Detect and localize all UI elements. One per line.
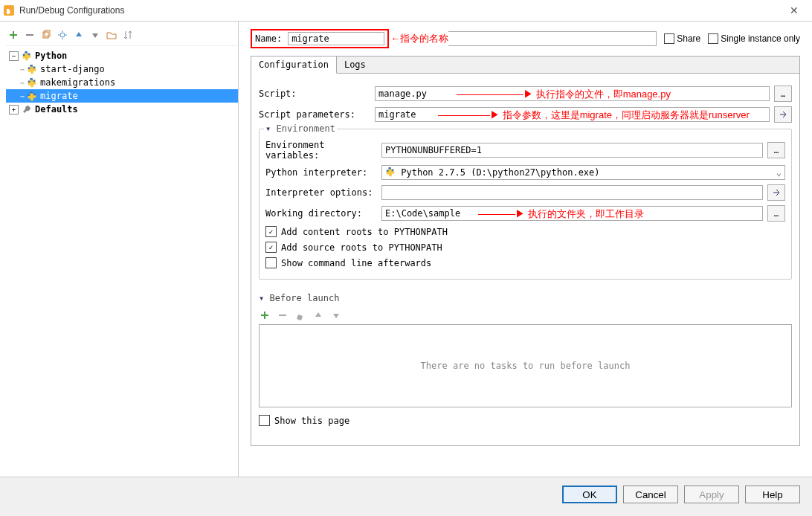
interpopt-expand-button[interactable]: [767, 184, 785, 201]
tree-label: Defaults: [35, 104, 78, 115]
params-label: Script parameters:: [259, 109, 370, 120]
interpreter-select[interactable]: Python 2.7.5 (D:\python27\python.exe) ⌄: [381, 165, 785, 180]
settings-icon[interactable]: [57, 29, 68, 41]
before-launch-empty: There are no tasks to run before launch: [259, 324, 792, 407]
name-label: Name:: [255, 33, 282, 44]
main-pane: Name: ←指令的名称 Share Single instance only …: [239, 22, 812, 477]
tree-item-label: migrate: [40, 91, 235, 101]
envvars-input[interactable]: [381, 143, 763, 158]
up-icon[interactable]: [73, 29, 85, 41]
script-label: Script:: [259, 88, 370, 99]
wd-browse-button[interactable]: …: [767, 205, 785, 222]
envvars-label: Environment variables:: [265, 140, 377, 161]
cb-show-page[interactable]: Show this page: [259, 415, 792, 426]
wrench-icon: [21, 104, 33, 115]
cancel-button[interactable]: Cancel: [623, 486, 678, 503]
annotation-params: ▶ 指令参数，这里是migrate，同理启动服务器就是runserver: [438, 109, 750, 122]
svg-rect-2: [45, 30, 50, 36]
envvars-browse-button[interactable]: …: [767, 142, 785, 158]
remove-icon[interactable]: [277, 309, 289, 321]
annotation-name: ←指令的名称: [390, 32, 448, 45]
tree-node-python[interactable]: − Python: [6, 49, 238, 62]
environment-fieldset: Environment Environment variables: … Pyt…: [259, 129, 792, 280]
checkbox-checked-icon: [265, 226, 277, 237]
checkbox-icon: [265, 257, 277, 268]
share-checkbox[interactable]: Share: [664, 33, 700, 44]
up-icon[interactable]: [312, 309, 324, 321]
name-input-ext[interactable]: [448, 31, 657, 46]
python-icon: [26, 91, 38, 101]
edit-icon[interactable]: [294, 309, 306, 321]
tree-node-defaults[interactable]: + Defaults: [6, 103, 238, 116]
copy-icon[interactable]: [40, 29, 52, 41]
down-icon[interactable]: [330, 309, 342, 321]
expand-params-button[interactable]: [774, 106, 792, 123]
checkbox-checked-icon: [265, 242, 277, 253]
tab-configuration[interactable]: Configuration: [251, 57, 337, 74]
checkbox-icon: [259, 415, 270, 426]
tree-item[interactable]: ⋯ start-django: [6, 62, 238, 76]
browse-script-button[interactable]: …: [774, 86, 792, 102]
single-instance-checkbox[interactable]: Single instance only: [708, 33, 800, 44]
dialog-buttons: OK Cancel Apply Help: [0, 477, 812, 512]
interpopt-input[interactable]: [381, 185, 763, 200]
wd-label: Working directory:: [265, 208, 377, 219]
add-icon[interactable]: [7, 29, 19, 41]
config-tree[interactable]: − Python ⋯ start-django ⋯ makemigrations…: [6, 46, 238, 471]
add-icon[interactable]: [259, 309, 271, 321]
svg-rect-1: [43, 32, 48, 38]
down-icon[interactable]: [89, 29, 101, 41]
ok-button[interactable]: OK: [562, 486, 617, 503]
python-icon: [26, 64, 38, 74]
cb-source-roots[interactable]: Add source roots to PYTHONPATH: [265, 242, 785, 253]
env-legend: Environment: [264, 123, 337, 134]
chevron-down-icon: ⌄: [776, 167, 782, 178]
app-icon: [3, 4, 15, 16]
tab-logs[interactable]: Logs: [337, 57, 373, 73]
title-bar: Run/Debug Configurations ✕: [0, 0, 812, 22]
sidebar: − Python ⋯ start-django ⋯ makemigrations…: [0, 22, 239, 477]
name-input[interactable]: [288, 32, 384, 45]
cb-content-roots[interactable]: Add content roots to PYTHONPATH: [265, 226, 785, 237]
before-launch-section: Before launch There are no tasks to run …: [259, 293, 792, 426]
sort-icon[interactable]: [122, 29, 134, 41]
svg-point-3: [60, 33, 65, 37]
before-launch-toolbar: [259, 306, 792, 324]
help-button[interactable]: Help: [745, 486, 800, 503]
folder-icon[interactable]: [106, 29, 117, 41]
sidebar-toolbar: [6, 28, 238, 46]
python-icon: [26, 77, 38, 88]
tree-item-label: start-django: [40, 64, 235, 74]
python-icon: [21, 51, 33, 61]
expand-icon[interactable]: +: [9, 105, 19, 115]
tree-item-selected[interactable]: ⋯ migrate: [6, 89, 238, 103]
tree-item[interactable]: ⋯ makemigrations: [6, 76, 238, 89]
annotation-wd: ▶ 执行的文件夹，即工作目录: [478, 207, 644, 221]
before-launch-legend: Before launch: [259, 293, 792, 303]
close-icon[interactable]: ✕: [779, 4, 809, 16]
dialog-title: Run/Debug Configurations: [19, 5, 779, 16]
interpopt-label: Interpreter options:: [265, 187, 377, 198]
interpreter-label: Python interpreter:: [265, 167, 377, 178]
remove-icon[interactable]: [24, 29, 36, 41]
tree-item-label: makemigrations: [40, 77, 235, 88]
apply-button[interactable]: Apply: [684, 486, 739, 503]
cb-cmdline[interactable]: Show command line afterwards: [265, 257, 785, 268]
collapse-icon[interactable]: −: [9, 51, 19, 61]
annotation-script: ▶ 执行指令的文件，即manage.py: [457, 88, 671, 101]
config-tabs: Configuration Logs Script: ▶ 执行指令的文件，即ma…: [251, 56, 800, 446]
tree-label: Python: [35, 51, 67, 61]
